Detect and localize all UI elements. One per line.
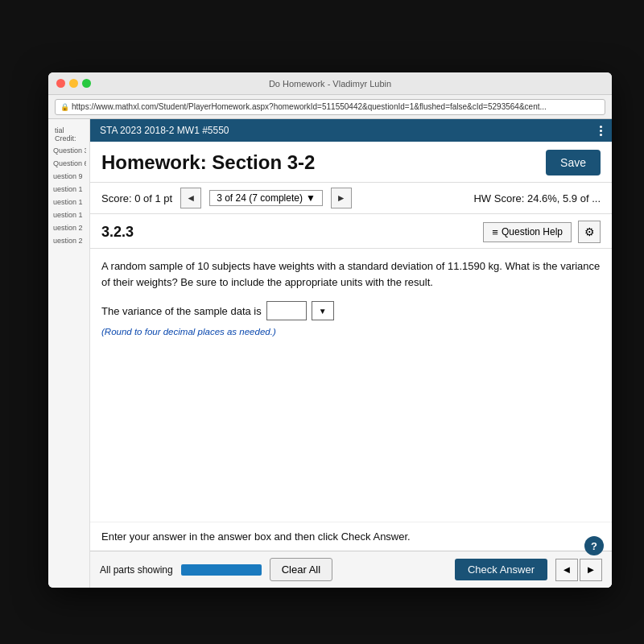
progress-text: 3 of 24 (7 complete): [217, 192, 303, 204]
homework-title: Homework: Section 3-2: [101, 151, 315, 174]
score-text: Score: 0 of 1 pt: [101, 192, 172, 204]
answer-input[interactable]: [266, 301, 307, 320]
help-bubble-button[interactable]: ?: [584, 536, 604, 555]
progress-bar: [181, 564, 262, 576]
action-footer: All parts showing Clear All Check Answer…: [90, 551, 612, 588]
menu-button[interactable]: [600, 126, 602, 136]
score-bar: Score: 0 of 1 pt ◄ 3 of 24 (7 complete) …: [90, 183, 612, 214]
save-button[interactable]: Save: [546, 150, 601, 175]
browser-toolbar: 🔒 https://www.mathxl.com/Student/PlayerH…: [48, 95, 612, 119]
dot3: [600, 134, 602, 136]
footer-nav: ◄ ►: [555, 559, 602, 581]
dot2: [600, 130, 602, 132]
dot1: [600, 126, 602, 128]
dropdown-arrow-icon: ▼: [319, 307, 327, 316]
traffic-lights[interactable]: [56, 79, 91, 88]
sidebar-item-q20[interactable]: uestion 2: [52, 222, 86, 233]
next-question-button[interactable]: ►: [331, 188, 352, 208]
enter-hint-text: Enter your answer in the answer box and …: [101, 530, 411, 543]
sidebar-item-q11[interactable]: uestion 1: [52, 196, 86, 208]
sidebar-item-q12[interactable]: uestion 1: [52, 209, 86, 221]
bottom-hint: Enter your answer in the answer box and …: [90, 522, 612, 551]
answer-prompt-text: The variance of the sample data is: [101, 305, 262, 317]
gear-icon: ⚙: [584, 225, 595, 238]
homework-header: Homework: Section 3-2 Save: [90, 142, 612, 183]
all-parts-label: All parts showing: [100, 564, 173, 576]
sidebar-item-q6[interactable]: Question 6: [52, 158, 86, 169]
hint-text: (Round to four decimal places as needed.…: [101, 327, 601, 336]
progress-dropdown[interactable]: 3 of 24 (7 complete) ▼: [209, 190, 323, 206]
app-title: STA 2023 2018-2 MW1 #5550: [100, 125, 229, 136]
sidebar-item-q10[interactable]: uestion 1: [52, 184, 86, 195]
question-number: 3.2.3: [101, 224, 134, 241]
close-button[interactable]: [56, 79, 65, 88]
sidebar-item-q21[interactable]: uestion 2: [52, 235, 86, 246]
check-answer-button[interactable]: Check Answer: [455, 559, 547, 580]
browser-titlebar: Do Homework - Vladimyr Lubin: [48, 72, 612, 95]
question-mark-icon: ?: [591, 540, 597, 552]
sidebar-item-q3[interactable]: Question 3: [52, 145, 86, 156]
sidebar-item-q9[interactable]: uestion 9: [52, 171, 86, 182]
list-icon: ≡: [492, 226, 498, 238]
question-text: A random sample of 10 subjects have weig…: [101, 258, 601, 290]
question-body: A random sample of 10 subjects have weig…: [90, 249, 612, 522]
settings-button[interactable]: ⚙: [578, 221, 601, 243]
unit-dropdown[interactable]: ▼: [312, 301, 334, 320]
lock-icon: 🔒: [60, 103, 69, 111]
hw-score-text: HW Score: 24.6%, 5.9 of ...: [473, 192, 601, 204]
url-text: https://www.mathxl.com/Student/PlayerHom…: [72, 102, 547, 111]
help-label: Question Help: [502, 226, 563, 237]
footer-next-button[interactable]: ►: [580, 559, 602, 581]
question-section: 3.2.3 ≡ Question Help ⚙: [90, 214, 612, 249]
question-help-button[interactable]: ≡ Question Help: [483, 222, 572, 242]
main-content: STA 2023 2018-2 MW1 #5550 Homework: Sect…: [90, 119, 612, 588]
answer-row: The variance of the sample data is ▼: [101, 301, 601, 320]
browser-title: Do Homework - Vladimyr Lubin: [269, 79, 391, 89]
partial-credit-label: tial Credit:: [52, 126, 86, 143]
minimize-button[interactable]: [69, 79, 78, 88]
prev-question-button[interactable]: ◄: [180, 188, 201, 208]
sidebar: tial Credit: Question 3 Question 6 uesti…: [48, 119, 90, 588]
clear-all-button[interactable]: Clear All: [270, 558, 332, 581]
maximize-button[interactable]: [82, 79, 91, 88]
footer-prev-button[interactable]: ◄: [555, 559, 578, 581]
app-header: STA 2023 2018-2 MW1 #5550: [90, 119, 612, 142]
question-tools: ≡ Question Help ⚙: [483, 221, 601, 243]
dropdown-arrow-icon: ▼: [306, 192, 316, 204]
address-bar[interactable]: 🔒 https://www.mathxl.com/Student/PlayerH…: [55, 99, 605, 115]
